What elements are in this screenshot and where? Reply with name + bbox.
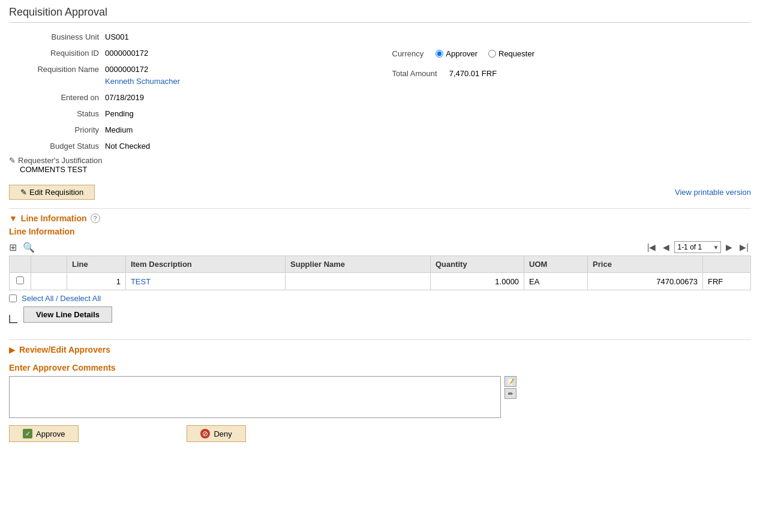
col-uom-header: UOM: [524, 256, 588, 273]
row-currency: FRF: [703, 273, 751, 290]
row-quantity: 1.0000: [430, 273, 524, 290]
row-status: [31, 273, 67, 290]
row-item-description: TEST: [125, 273, 285, 290]
budget-status-value: Not Checked: [105, 140, 150, 153]
review-approvers-toggle[interactable]: ▶: [9, 345, 16, 354]
page-input[interactable]: [675, 242, 711, 253]
col-item-description-header: Item Description: [125, 256, 285, 273]
total-amount-value: 7,470.01 FRF: [449, 69, 497, 78]
line-information-area: Line Information ⊞ 🔍 |◀ ◀ ▼ ▶ ▶| Line It…: [9, 227, 751, 331]
table-row: 1 TEST 1.0000 EA 7470.00673 FRF: [10, 273, 751, 290]
edit-comment-icon[interactable]: ✏: [504, 388, 516, 399]
requester-radio-label: Requester: [498, 49, 534, 58]
approve-icon: [23, 429, 32, 438]
status-value: Pending: [105, 108, 134, 121]
col-quantity-header: Quantity: [430, 256, 524, 273]
status-label: Status: [9, 108, 105, 121]
item-description-link[interactable]: TEST: [131, 277, 151, 286]
deny-button[interactable]: Deny: [187, 425, 245, 442]
requester-link[interactable]: Kenneth Schumacher: [105, 77, 180, 86]
edit-icon: ✎: [20, 188, 27, 197]
first-page-button[interactable]: |◀: [645, 241, 659, 253]
col-checkbox-header: [10, 256, 31, 273]
col-supplier-name-header: Supplier Name: [286, 256, 431, 273]
view-printable-link[interactable]: View printable version: [675, 188, 751, 197]
select-all-checkbox[interactable]: [9, 294, 17, 302]
pencil-icon: ✎: [9, 156, 16, 165]
edit-requisition-button[interactable]: ✎ Edit Requisition: [9, 185, 95, 200]
requester-radio-option[interactable]: Requester: [488, 49, 534, 58]
line-table: Line Item Description Supplier Name Quan…: [9, 256, 751, 290]
approver-radio[interactable]: [435, 50, 443, 58]
approver-comments-title: Enter Approver Comments: [9, 363, 751, 372]
line-info-toggle-arrow[interactable]: ▼: [9, 214, 17, 223]
approver-comments-section: Enter Approver Comments 📝 ✏: [9, 363, 751, 418]
justification-label: Requester's Justification: [18, 156, 103, 165]
page-dropdown-arrow[interactable]: ▼: [711, 243, 720, 252]
corner-marker-icon: [9, 315, 17, 323]
requisition-name-value: 0000000172: [105, 64, 180, 76]
col-price-header: Price: [588, 256, 703, 273]
grid-icon[interactable]: ⊞: [9, 242, 17, 253]
col-status-header: [31, 256, 67, 273]
business-unit-value: US001: [105, 31, 129, 44]
row-price: 7470.00673: [588, 273, 703, 290]
approve-button[interactable]: Approve: [9, 425, 79, 442]
requester-radio[interactable]: [488, 50, 496, 58]
col-line-header: Line: [67, 256, 126, 273]
entered-on-value: 07/18/2019: [105, 92, 144, 104]
row-supplier-name: [286, 273, 431, 290]
requisition-id-label: Requisition ID: [9, 47, 105, 60]
row-checkbox[interactable]: [16, 276, 24, 284]
last-page-button[interactable]: ▶|: [737, 241, 751, 253]
search-icon[interactable]: 🔍: [23, 242, 35, 253]
select-all-link[interactable]: Select All / Deselect All: [22, 294, 101, 303]
priority-label: Priority: [9, 124, 105, 137]
row-line: 1: [67, 273, 126, 290]
row-uom: EA: [524, 273, 588, 290]
approver-comments-textarea[interactable]: [9, 376, 501, 418]
requisition-name-label: Requisition Name: [9, 64, 105, 76]
requisition-id-value: 0000000172: [105, 47, 148, 60]
priority-value: Medium: [105, 124, 133, 137]
next-page-button[interactable]: ▶: [723, 241, 735, 253]
view-line-details-button[interactable]: View Line Details: [23, 306, 112, 323]
review-approvers-title[interactable]: Review/Edit Approvers: [19, 345, 110, 354]
spell-check-icon[interactable]: 📝: [504, 376, 516, 387]
line-info-section-title[interactable]: Line Information: [21, 214, 87, 223]
page-title: Requisition Approval: [9, 6, 751, 23]
business-unit-label: Business Unit: [9, 31, 105, 44]
approve-label: Approve: [36, 429, 65, 438]
budget-status-label: Budget Status: [9, 140, 105, 153]
entered-on-label: Entered on: [9, 92, 105, 104]
line-info-title: Line Information: [9, 227, 751, 236]
col-currency-header: [703, 256, 751, 273]
help-icon[interactable]: ?: [91, 214, 100, 223]
deny-label: Deny: [214, 429, 232, 438]
deny-icon: [200, 429, 210, 438]
approver-radio-option[interactable]: Approver: [435, 49, 477, 58]
justification-value: COMMENTS TEST: [20, 165, 368, 174]
approver-radio-label: Approver: [446, 49, 477, 58]
currency-label: Currency: [392, 49, 424, 58]
prev-page-button[interactable]: ◀: [660, 241, 672, 253]
total-amount-label: Total Amount: [392, 69, 437, 78]
